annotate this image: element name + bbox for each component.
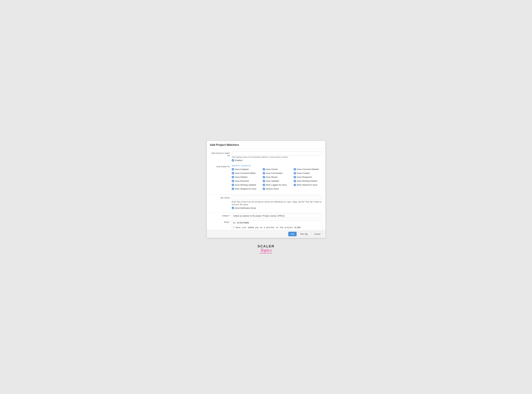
watchlist-input[interactable]	[232, 151, 322, 155]
notify-checkbox-cb7[interactable]	[232, 176, 234, 178]
cancel-button[interactable]: Cancel	[312, 232, 323, 236]
notify-checkbox-row: Issue Closed	[263, 168, 291, 170]
notify-checkbox-label[interactable]: Issue Commented	[266, 172, 283, 174]
notify-checkbox-label[interactable]: Work Started On Issue	[297, 184, 317, 186]
enabled-checkbox[interactable]	[232, 159, 234, 161]
divider-1	[210, 194, 322, 195]
send-notification-label[interactable]: Send Notification Email	[235, 207, 256, 209]
dialog-body: Add user(s) to watch list Start typing t…	[207, 149, 325, 230]
notify-checkbox-row: Issue Worklog Deleted	[294, 180, 322, 182]
notify-checkbox-cb13[interactable]	[232, 184, 234, 186]
enabled-label[interactable]: Enabled	[235, 159, 243, 161]
send-notification-row: Send Notification Email	[232, 207, 322, 209]
test-jql-button[interactable]: Test JQL	[298, 232, 310, 236]
notify-checkbox-label[interactable]: Work Logged On Issue	[266, 184, 287, 186]
body-row: Body	[210, 220, 322, 230]
notify-checkbox-label[interactable]: Issue Worklog Deleted	[297, 180, 317, 182]
add-button[interactable]: Add	[288, 232, 297, 236]
notify-checkbox-row: Issue Reopened	[294, 176, 322, 178]
notify-checkbox-row: Issue Created	[294, 172, 322, 174]
topics-text: Topics	[260, 248, 272, 253]
notify-checkbox-row: Issue Moved	[263, 176, 291, 178]
notify-checkbox-cb15[interactable]	[294, 184, 296, 186]
notify-checkbox-label[interactable]: Issue Deleted	[235, 176, 248, 178]
watchlist-hint: Start typing to get a list of possible m…	[232, 156, 322, 158]
notify-checkbox-label[interactable]: Issue Created	[297, 172, 310, 174]
notify-checkbox-cb10[interactable]	[232, 180, 234, 182]
send-notification-checkbox[interactable]	[232, 207, 234, 209]
notify-checkbox-cb8[interactable]	[263, 176, 265, 178]
subject-content	[232, 214, 322, 218]
notify-checkbox-row: Work Stopped On Issue	[232, 188, 260, 190]
notify-checkbox-cb2[interactable]	[263, 168, 265, 170]
notify-checkbox-row: Issue Comment Edited	[232, 172, 260, 174]
notify-row: Only Notify For Select All Unselect All …	[210, 165, 322, 192]
dialog-title: Add Project Watchers	[210, 143, 322, 147]
watchlist-label: Add user(s) to watch list	[210, 151, 232, 157]
notify-checkbox-label[interactable]: Issue Comment Edited	[235, 172, 256, 174]
divider-2	[210, 212, 322, 213]
notify-checkbox-label[interactable]: Generic Event	[266, 188, 279, 190]
notify-label: Only Notify For	[210, 165, 232, 168]
notify-checkbox-cb4[interactable]	[232, 172, 234, 174]
notify-checkbox-label[interactable]: Work Stopped On Issue	[235, 188, 257, 190]
notify-checkbox-cb12[interactable]	[294, 180, 296, 182]
notify-checkbox-label[interactable]: Issue Closed	[266, 168, 278, 170]
jql-content: Enter JQL in here if you do not want to …	[232, 196, 322, 210]
notify-checkbox-label[interactable]: Issue Worklog Updated	[235, 184, 256, 186]
notify-checkbox-cb5[interactable]	[263, 172, 265, 174]
enabled-row: Enabled	[232, 159, 322, 161]
notify-checkbox-row: Issue Assigned	[232, 168, 260, 170]
notify-links-row: Select All Unselect All	[232, 165, 322, 167]
notify-content: Select All Unselect All Issue AssignedIs…	[232, 165, 322, 192]
body-textarea[interactable]	[232, 220, 322, 230]
subject-label: Subject	[210, 214, 232, 217]
notify-checkbox-cb6[interactable]	[294, 172, 296, 174]
subject-input[interactable]	[232, 214, 322, 218]
unselect-all-link[interactable]: Unselect All	[241, 165, 251, 167]
body-label: Body	[210, 220, 232, 223]
notify-checkbox-label[interactable]: Issue Resolved	[235, 180, 249, 182]
notify-checkbox-label[interactable]: Issue Reopened	[297, 176, 312, 178]
notify-checkbox-cb16[interactable]	[232, 188, 234, 190]
notify-checkboxes-grid: Issue AssignedIssue ClosedIssue Comment …	[232, 168, 322, 191]
jql-input[interactable]	[232, 196, 322, 200]
subject-row: Subject	[210, 214, 322, 218]
logo-section: SCALER Topics	[258, 244, 274, 253]
notify-checkbox-row: Work Logged On Issue	[263, 184, 291, 186]
notify-checkbox-cb1[interactable]	[232, 168, 234, 170]
watchlist-row: Add user(s) to watch list Start typing t…	[210, 151, 322, 162]
notify-checkbox-row: Generic Event	[263, 188, 291, 190]
logo-underline	[260, 253, 272, 253]
notify-checkbox-label[interactable]: Issue Updated	[266, 180, 279, 182]
select-all-link[interactable]: Select All	[232, 165, 239, 167]
notify-checkbox-cb14[interactable]	[263, 184, 265, 186]
body-content	[232, 220, 322, 230]
notify-checkbox-cb17[interactable]	[263, 188, 265, 190]
notify-checkbox-row: Issue Comment Deleted	[294, 168, 322, 170]
notify-checkbox-row: Issue Worklog Updated	[232, 184, 260, 186]
notify-checkbox-label[interactable]: Issue Comment Deleted	[297, 168, 319, 170]
dialog-footer: Add Test JQL Cancel	[207, 230, 325, 238]
notify-checkbox-label[interactable]: Issue Assigned	[235, 168, 248, 170]
jql-label: JQL Query	[210, 196, 232, 199]
notify-checkbox-row: Issue Resolved	[232, 180, 260, 182]
watchlist-content: Start typing to get a list of possible m…	[232, 151, 322, 162]
notify-checkbox-cb9[interactable]	[294, 176, 296, 178]
notify-checkbox-cb3[interactable]	[294, 168, 296, 170]
notify-checkbox-row: Issue Deleted	[232, 176, 260, 178]
notify-checkbox-label[interactable]: Issue Moved	[266, 176, 278, 178]
add-project-watchers-dialog: Add Project Watchers Add user(s) to watc…	[207, 141, 325, 238]
notify-checkbox-row: Work Started On Issue	[294, 184, 322, 186]
jql-hint: Enter JQL in here if you do not want to …	[232, 201, 322, 206]
jql-row: JQL Query Enter JQL in here if you do no…	[210, 196, 322, 210]
dialog-header: Add Project Watchers	[207, 141, 325, 149]
notify-checkbox-cb11[interactable]	[263, 180, 265, 182]
notify-checkbox-row: Issue Commented	[263, 172, 291, 174]
notify-checkbox-row: Issue Updated	[263, 180, 291, 182]
